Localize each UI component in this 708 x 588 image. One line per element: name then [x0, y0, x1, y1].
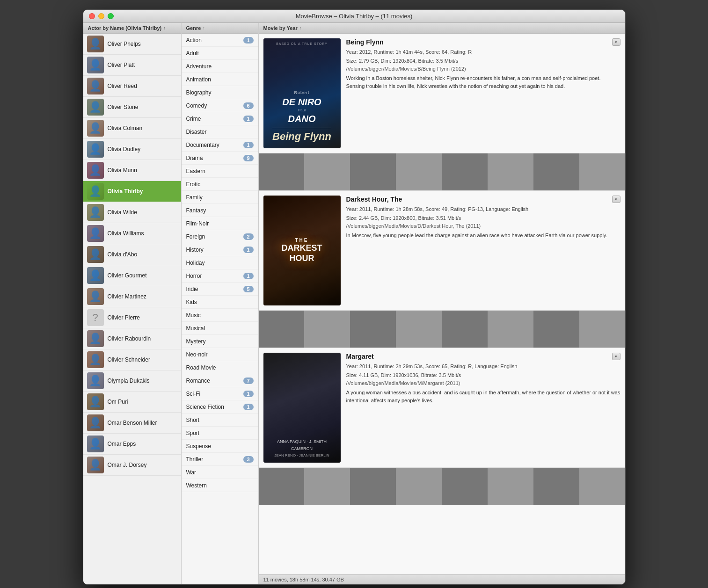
genre-list-item[interactable]: Mystery: [182, 335, 258, 348]
actor-list-item[interactable]: 👤Oliver Phelps: [83, 34, 181, 55]
cast-face: [304, 153, 350, 190]
genre-list-item[interactable]: Biography: [182, 86, 258, 99]
minimize-button[interactable]: [98, 13, 104, 19]
genre-list-item[interactable]: History1: [182, 243, 258, 256]
actor-list-item[interactable]: 👤Olivia Colman: [83, 118, 181, 139]
genre-list-item[interactable]: Comedy6: [182, 99, 258, 112]
genre-list-item[interactable]: Action1: [182, 34, 258, 47]
genre-list-item[interactable]: Indie5: [182, 283, 258, 296]
genre-list-item[interactable]: Sci-Fi1: [182, 387, 258, 400]
genre-list-item[interactable]: Kids: [182, 296, 258, 309]
genre-list-item[interactable]: Neo-noir: [182, 348, 258, 361]
genre-list-item[interactable]: Foreign2: [182, 230, 258, 243]
movie-meta-line2: Size: 2.79 GB, Dim: 1920x804, Bitrate: 3…: [346, 57, 620, 65]
actor-list-item[interactable]: 👤Oliver Stone: [83, 97, 181, 118]
genre-list-item[interactable]: Music: [182, 309, 258, 322]
actor-avatar: 👤: [87, 162, 104, 179]
actor-list-item[interactable]: 👤Olivia Dudley: [83, 139, 181, 160]
genre-list-item[interactable]: Family: [182, 191, 258, 204]
genre-column: Genre ↑ Action1AdultAdventureAnimationBi…: [182, 23, 259, 584]
movies-sort-arrow: ↑: [299, 26, 302, 30]
genre-list-item[interactable]: Documentary1: [182, 138, 258, 152]
actors-sort-arrow: ↑: [163, 26, 166, 30]
genre-name-label: Adventure: [186, 63, 212, 70]
actor-list-item[interactable]: 👤Olivier Schneider: [83, 349, 181, 370]
genre-name-label: Action: [186, 37, 202, 44]
genre-list-item[interactable]: Western: [182, 479, 258, 492]
genre-count-badge: 1: [243, 247, 254, 253]
actor-list-item[interactable]: 👤Olympia Dukakis: [83, 370, 181, 392]
movie-path: /Volumes/bigger/Media/Movies/D/Darkest H…: [346, 223, 620, 229]
actor-list-item[interactable]: 👤Omar Epps: [83, 434, 181, 455]
actor-list-item[interactable]: 👤Olivier Martinez: [83, 286, 181, 307]
actor-name-label: Olivier Schneider: [108, 356, 150, 363]
genre-count-badge: 2: [243, 233, 254, 240]
genre-list-item[interactable]: Drama9: [182, 152, 258, 165]
actor-list-item[interactable]: 👤Omar J. Dorsey: [83, 455, 181, 476]
genre-list-item[interactable]: Adventure: [182, 60, 258, 73]
genre-list-item[interactable]: Erotic: [182, 178, 258, 191]
genre-list-item[interactable]: Eastern: [182, 165, 258, 178]
actor-avatar: 👤: [87, 141, 104, 158]
genre-list-item[interactable]: Film-Noir: [182, 217, 258, 230]
close-button[interactable]: [89, 13, 95, 19]
genre-list-item[interactable]: War: [182, 466, 258, 479]
genre-list-item[interactable]: Holiday: [182, 256, 258, 269]
genre-name-label: Crime: [186, 116, 201, 122]
genre-list-item[interactable]: Short: [182, 414, 258, 427]
actor-list-item[interactable]: ?Olivier Pierre: [83, 307, 181, 328]
genre-column-header[interactable]: Genre ↑: [182, 23, 258, 34]
actor-avatar: 👤: [87, 246, 104, 263]
movies-column-header[interactable]: Movie by Year ↑: [259, 23, 625, 34]
actor-name-label: Olivia Colman: [108, 125, 143, 131]
actor-list-item[interactable]: 👤Olivia Wilde: [83, 202, 181, 223]
movie-path: /Volumes/bigger/Media/Movies/M/Margaret …: [346, 380, 620, 386]
genre-list-item[interactable]: Animation: [182, 73, 258, 86]
genre-list-item[interactable]: Crime1: [182, 112, 258, 125]
actor-list-item[interactable]: 👤Olivia Thirlby: [83, 181, 181, 202]
genre-list-item[interactable]: Road Movie: [182, 361, 258, 374]
maximize-button[interactable]: [108, 13, 114, 19]
actor-list-item[interactable]: 👤Olivia d'Abo: [83, 244, 181, 265]
actor-name-label: Omar J. Dorsey: [108, 462, 147, 468]
actor-list-item[interactable]: 👤Olivier Gourmet: [83, 265, 181, 286]
cast-face: [259, 468, 305, 505]
genre-list-item[interactable]: Sport: [182, 427, 258, 440]
cast-strip: [259, 467, 625, 505]
movie-dropdown-button[interactable]: ▾: [612, 196, 620, 203]
actor-list-item[interactable]: 👤Oliver Reed: [83, 76, 181, 97]
actor-name-label: Olivia Dudley: [108, 146, 141, 152]
genre-list-item[interactable]: Musical: [182, 322, 258, 335]
genre-name-label: Family: [186, 194, 203, 201]
traffic-lights: [89, 13, 114, 19]
movie-dropdown-button[interactable]: ▾: [612, 353, 620, 360]
statusbar: 11 movies, 18h 58m 14s, 30.47 GB: [259, 574, 625, 584]
actor-list-item[interactable]: 👤Olivier Rabourdin: [83, 328, 181, 349]
genre-name-label: Disaster: [186, 129, 207, 135]
genre-list-item[interactable]: Disaster: [182, 125, 258, 138]
genre-name-label: Science Fiction: [186, 404, 224, 410]
genre-name-label: Romance: [186, 377, 210, 384]
genre-list-item[interactable]: Suspense: [182, 440, 258, 453]
genre-list-item[interactable]: Thriller3: [182, 453, 258, 466]
actors-column-header[interactable]: Actor by Name (Olivia Thirlby) ↑: [83, 23, 181, 34]
actor-list-item[interactable]: 👤Olivia Williams: [83, 223, 181, 244]
movie-info-header: Being Flynn ▾: [346, 38, 620, 48]
genre-list-item[interactable]: Fantasy: [182, 204, 258, 217]
genre-list-item[interactable]: Horror1: [182, 269, 258, 283]
genre-list-item[interactable]: Romance7: [182, 374, 258, 387]
genre-list-item[interactable]: Adult: [182, 47, 258, 60]
actor-list-item[interactable]: 👤Omar Benson Miller: [83, 413, 181, 434]
actor-list-item[interactable]: 👤Oliver Platt: [83, 55, 181, 76]
cast-face: [304, 311, 350, 348]
actor-avatar: 👤: [87, 330, 104, 347]
genre-name-label: Suspense: [186, 443, 211, 450]
movie-meta-line2: Size: 2.44 GB, Dim: 1920x800, Bitrate: 3…: [346, 214, 620, 223]
actor-list-item[interactable]: 👤Olivia Munn: [83, 160, 181, 181]
cast-face: [350, 468, 396, 505]
genre-list-item[interactable]: Science Fiction1: [182, 400, 258, 414]
cast-face: [304, 468, 350, 505]
movie-dropdown-button[interactable]: ▾: [612, 38, 620, 46]
actor-name-label: Oliver Reed: [108, 83, 137, 89]
actor-list-item[interactable]: 👤Om Puri: [83, 392, 181, 413]
